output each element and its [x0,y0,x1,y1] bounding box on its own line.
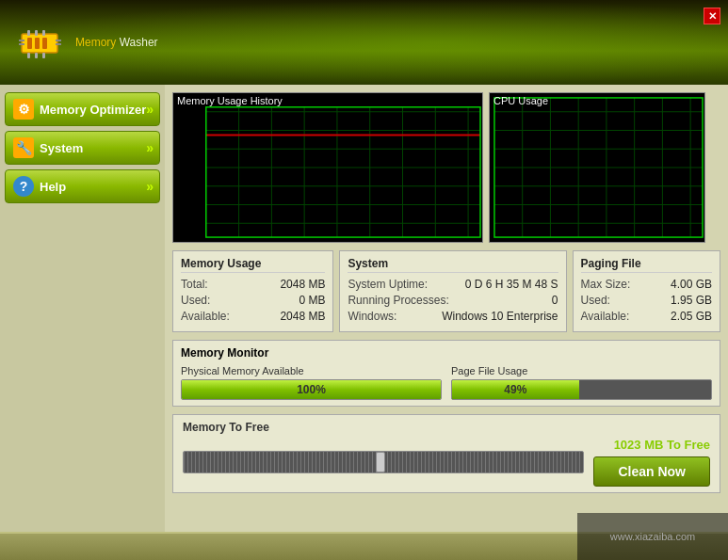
cpu-chart-svg [490,93,704,242]
svg-rect-7 [56,43,61,45]
paging-used-row: Used: 1.95 GB [581,294,712,307]
used-value: 0 MB [250,294,325,307]
svg-rect-2 [35,38,40,49]
pagefile-bar-fill: 49% [452,380,579,399]
memory-chart: Memory Usage History 2048 1024 0 [172,92,483,243]
sidebar-item-label-memory-optimizer: Memory Optimizer [40,103,146,117]
free-slider-track [183,451,584,473]
memory-monitor-panel: Memory Monitor Physical Memory Available… [172,340,720,407]
memory-optimizer-icon: ⚙ [13,99,34,120]
memory-chart-label: Memory Usage History [177,95,283,106]
paging-available-value: 2.05 GB [637,310,712,323]
sidebar-item-memory-optimizer[interactable]: ⚙ Memory Optimizer » [5,92,160,126]
svg-rect-1 [27,38,32,49]
sidebar-item-label-system: System [40,141,83,155]
svg-rect-3 [42,38,47,49]
paging-used-label: Used: [581,294,610,307]
bottom-bar: www.xiazaiba.com [0,532,728,560]
free-slider-thumb[interactable] [376,452,385,472]
pagefile-bar-track: 49% [451,379,712,400]
main-layout: ⚙ Memory Optimizer » 🔧 System » ? Help » [0,85,728,560]
svg-rect-4 [19,40,24,41]
available-value: 2048 MB [250,310,325,323]
pagefile-pct: 49% [504,383,526,396]
system-info-title: System [348,257,558,273]
close-button[interactable]: ✕ [704,8,720,24]
info-row: Memory Usage Total: 2048 MB Used: 0 MB A… [172,250,720,332]
available-label: Available: [181,310,230,323]
svg-rect-13 [42,53,45,58]
memory-available-row: Available: 2048 MB [181,310,325,323]
paging-file-title: Paging File [581,257,712,273]
windows-label: Windows: [348,310,396,323]
used-label: Used: [181,294,210,307]
title-washer: Washer [116,36,157,49]
memory-total-row: Total: 2048 MB [181,278,325,291]
paging-used-value: 1.95 GB [637,294,712,307]
sidebar-item-system[interactable]: 🔧 System » [5,131,160,165]
system-uptime-row: System Uptime: 0 D 6 H 35 M 48 S [348,278,558,291]
system-processes-row: Running Processes: 0 [348,294,558,307]
monitor-bars: Physical Memory Available 100% Page File… [181,365,712,400]
free-memory-label: Memory To Free [183,421,710,434]
processes-value: 0 [483,294,558,307]
svg-rect-6 [56,40,61,41]
paging-max-row: Max Size: 4.00 GB [581,278,712,291]
memory-chart-svg [173,93,482,242]
title-bar: ✕ Memory Washer [0,0,728,85]
charts-row: Memory Usage History 2048 1024 0 [172,92,720,243]
app-title: Memory Washer [75,36,158,49]
total-label: Total: [181,278,208,291]
svg-rect-10 [42,30,45,36]
free-right: 1023 MB To Free Clean Now [593,438,710,487]
paging-available-row: Available: 2.05 GB [581,310,712,323]
sidebar-item-help[interactable]: ? Help » [5,169,160,203]
svg-rect-11 [27,53,30,58]
windows-value: Windows 10 Enterprise [442,310,558,323]
pagefile-label: Page File Usage [451,365,712,376]
free-memory-panel: Memory To Free 1023 MB To Free Clean Now [172,414,720,493]
physical-bar-track: 100% [181,379,442,400]
uptime-label: System Uptime: [348,278,428,291]
processes-label: Running Processes: [348,294,448,307]
svg-rect-9 [35,30,38,36]
cpu-chart-label: CPU Usage [493,95,548,106]
app-icon [14,17,66,69]
paging-max-value: 4.00 GB [637,278,712,291]
memory-usage-panel: Memory Usage Total: 2048 MB Used: 0 MB A… [172,250,333,332]
sidebar: ⚙ Memory Optimizer » 🔧 System » ? Help » [0,85,165,560]
physical-label: Physical Memory Available [181,365,442,376]
chevron-help: » [146,179,154,194]
paging-available-label: Available: [581,310,630,323]
help-icon: ? [13,176,34,197]
sidebar-item-label-help: Help [40,180,66,194]
physical-bar-fill: 100% [182,380,441,399]
free-amount: 1023 MB To Free [614,438,710,452]
monitor-title: Memory Monitor [181,346,712,360]
cpu-chart: CPU Usage [489,92,705,243]
memory-used-row: Used: 0 MB [181,294,325,307]
svg-rect-5 [19,43,24,45]
paging-max-label: Max Size: [581,278,631,291]
svg-rect-12 [35,53,38,58]
system-windows-row: Windows: Windows 10 Enterprise [348,310,558,323]
pagefile-section: Page File Usage 49% [451,365,712,400]
physical-memory-section: Physical Memory Available 100% [181,365,442,400]
content-area: Memory Usage History 2048 1024 0 [165,85,728,560]
chevron-system: » [146,140,154,155]
svg-rect-8 [27,30,30,36]
system-icon: 🔧 [13,137,34,158]
title-memory: Memory [75,36,116,49]
clean-now-button[interactable]: Clean Now [593,456,710,487]
memory-usage-title: Memory Usage [181,257,325,273]
physical-pct: 100% [297,383,326,396]
total-value: 2048 MB [250,278,325,291]
system-info-panel: System System Uptime: 0 D 6 H 35 M 48 S … [339,250,566,332]
watermark: www.xiazaiba.com [577,513,728,560]
chevron-memory-optimizer: » [146,102,154,117]
paging-file-panel: Paging File Max Size: 4.00 GB Used: 1.95… [573,250,720,332]
uptime-value: 0 D 6 H 35 M 48 S [465,278,558,291]
